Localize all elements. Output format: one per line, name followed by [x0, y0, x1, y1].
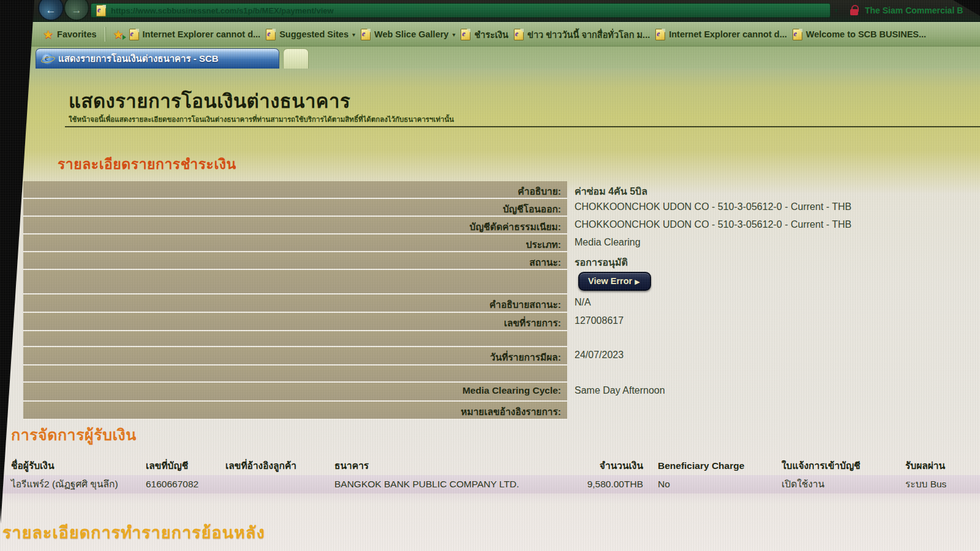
add-to-favorites-button[interactable]: ★ — [113, 29, 124, 40]
row-media-clearing-cycle: Media Clearing Cycle: Same Day Afternoon — [23, 383, 957, 402]
page-icon — [361, 29, 371, 40]
row-transaction-number: เลขที่รายการ: 127008617 — [23, 313, 957, 331]
new-tab-button[interactable] — [283, 48, 309, 69]
view-error-button[interactable]: View Error ▶ — [578, 272, 651, 291]
favorites-button[interactable]: ★ Favorites — [43, 29, 97, 40]
divider — [65, 126, 980, 127]
security-lock-icon[interactable] — [850, 5, 859, 16]
favorites-bar: ★ Favorites ★ Internet Explorer cannot d… — [0, 22, 980, 47]
favorite-item-6[interactable]: Internet Explorer cannot d... — [655, 29, 787, 40]
page-icon — [514, 29, 524, 40]
col-received-via: รับผลผ่าน — [905, 458, 980, 473]
row-status-description: คำอธิบายสถานะ: N/A — [23, 294, 957, 313]
favorite-item-1[interactable]: Internet Explorer cannot d... — [129, 29, 261, 40]
favorites-label: Favorites — [57, 29, 96, 39]
favorites-star-icon: ★ — [43, 29, 53, 40]
favorite-item-7[interactable]: Welcome to SCB BUSINES... — [793, 29, 926, 40]
forward-button[interactable]: → — [64, 0, 89, 21]
browser-window: ← → https://www.scbbusinessnet.com/s1p/b… — [0, 0, 980, 551]
col-account: เลขที่บัญชี — [146, 458, 225, 473]
address-bar[interactable]: https://www.scbbusinessnet.com/s1p/b/MEX… — [91, 3, 831, 18]
page-subtitle: ใช้หน้าจอนี้เพื่อแสดงรายละเอียดของการโอน… — [69, 114, 454, 125]
add-favorite-star-icon: ★ — [113, 29, 124, 40]
browser-chrome: ← → https://www.scbbusinessnet.com/s1p/b… — [0, 0, 980, 22]
row-reference-number: หมายเลขอ้างอิงรายการ: — [23, 402, 957, 420]
favorite-item-suggested-sites[interactable]: Suggested Sites ▾ — [266, 29, 355, 40]
row-view-error: View Error ▶ — [23, 270, 957, 294]
col-bank: ธนาคาร — [334, 458, 575, 473]
cell-beneficiary-charge: No — [655, 479, 782, 490]
page-icon — [793, 29, 802, 40]
row-status: สถานะ: รอการอนุมัติ — [23, 252, 957, 270]
row-debit-account: บัญชีโอนออก: CHOKKOONCHOK UDON CO - 510-… — [23, 199, 957, 217]
tab-bar: แสดงรายการโอนเงินต่างธนาคาร - SCB — [0, 47, 980, 69]
page-icon — [96, 5, 106, 17]
divider — [105, 27, 105, 42]
col-name: ชื่อผู้รับเงิน — [0, 458, 146, 473]
favorite-item-web-slice-gallery[interactable]: Web Slice Gallery ▾ — [361, 29, 455, 40]
payment-details-panel: คำอธิบาย: ค่าซ่อม 4คัน 5บิล บัญชีโอนออก:… — [23, 181, 957, 420]
cell-bank: BANGKOK BANK PUBLIC COMPANY LTD. — [334, 479, 575, 490]
url-text: https://www.scbbusinessnet.com/s1p/b/MEX… — [111, 6, 334, 15]
cell-amount: 9,580.00THB — [575, 479, 643, 490]
cell-account: 6160667082 — [146, 479, 225, 490]
page-icon — [129, 29, 139, 40]
chevron-down-icon: ▾ — [452, 31, 455, 38]
address-dropdown-icon[interactable]: ▾ — [834, 6, 838, 15]
beneficiary-table: ชื่อผู้รับเงิน เลขที่บัญชี เลขที่อ้างอิง… — [0, 458, 980, 493]
row-reflection — [0, 490, 980, 504]
page-icon — [461, 29, 470, 40]
payment-details-heading: รายละเอียดรายการชำระเงิน — [58, 153, 236, 175]
row-blank — [23, 365, 957, 383]
col-credit-advice: ใบแจ้งการเข้าบัญชี — [782, 458, 905, 473]
row-blank — [23, 331, 957, 347]
favorite-item-5[interactable]: ข่าว ข่าววันนี้ จากสื่อทั่วโลก ม... — [514, 28, 650, 42]
beneficiary-heading: การจัดการผู้รับเงิน — [11, 422, 137, 447]
favorite-item-4[interactable]: ชำระเงิน — [461, 28, 508, 42]
col-amount: จำนวนเงิน — [575, 458, 643, 473]
back-arrow-icon: ← — [46, 1, 56, 20]
row-effective-date: วันที่รายการมีผล: 24/07/2023 — [23, 347, 957, 365]
row-type: ประเภท: Media Clearing — [23, 234, 957, 252]
caret-right-icon: ▶ — [635, 278, 639, 285]
tab-transfer-list[interactable]: แสดงรายการโอนเงินต่างธนาคาร - SCB — [36, 48, 279, 69]
back-button[interactable]: ← — [38, 0, 64, 21]
tab-title: แสดงรายการโอนเงินต่างธนาคาร - SCB — [58, 51, 219, 66]
page-content: แสดงรายการโอนเงินต่างธนาคาร ใช้หน้าจอนี้… — [0, 69, 980, 551]
chevron-down-icon: ▾ — [352, 31, 355, 38]
beneficiary-table-header: ชื่อผู้รับเงิน เลขที่บัญชี เลขที่อ้างอิง… — [0, 458, 980, 475]
row-fee-account: บัญชีตัดค่าธรรมเนียม: CHOKKOONCHOK UDON … — [23, 217, 957, 234]
col-beneficiary-charge: Beneficiary Charge — [655, 460, 782, 471]
row-description: คำอธิบาย: ค่าซ่อม 4คัน 5บิล — [23, 181, 957, 199]
secure-site-name[interactable]: The Siam Commercial B — [865, 6, 963, 15]
ie-logo-icon — [42, 53, 53, 64]
page-icon — [655, 29, 665, 40]
page-title: แสดงรายการโอนเงินต่างธนาคาร — [69, 86, 350, 116]
page-icon — [266, 29, 276, 40]
col-customer-ref: เลขที่อ้างอิงลูกค้า — [225, 458, 334, 473]
forward-arrow-icon: → — [72, 1, 82, 20]
history-heading: รายละเอียดการทำรายการย้อนหลัง — [2, 519, 265, 545]
